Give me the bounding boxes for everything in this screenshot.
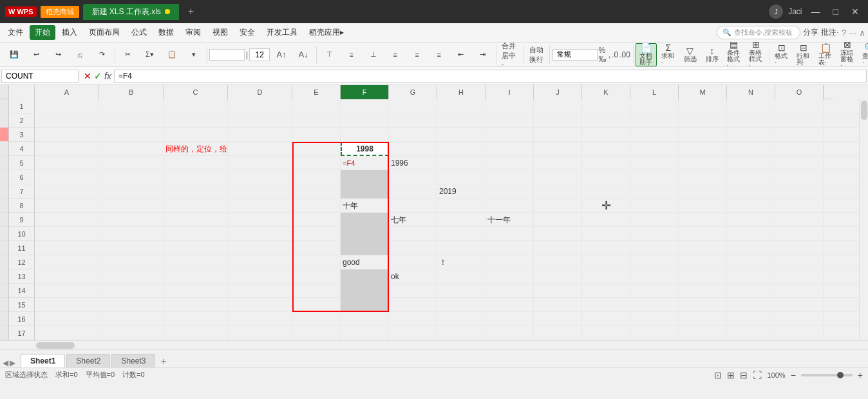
menu-developer[interactable]: 开发工具 — [261, 25, 303, 40]
tb-sigma[interactable]: Σ▾ — [140, 43, 160, 66]
share-button[interactable]: 分享 — [803, 27, 818, 38]
cell-l10[interactable] — [630, 227, 679, 241]
sheet-tab-3[interactable]: Sheet3 — [111, 354, 155, 367]
cell-a16[interactable] — [35, 312, 99, 326]
cell-d14[interactable] — [228, 284, 292, 298]
cell-c11[interactable] — [164, 241, 228, 255]
add-tab-button[interactable]: + — [183, 6, 199, 17]
cell-f5[interactable]: =F4 — [341, 156, 389, 170]
row-num-7[interactable]: 7 — [9, 184, 34, 199]
cell-n16[interactable] — [727, 312, 775, 326]
review-button[interactable]: 批注· — [821, 27, 838, 38]
cell-d8[interactable] — [228, 199, 292, 213]
cell-o14[interactable] — [775, 284, 824, 298]
cell-l11[interactable] — [630, 241, 679, 255]
row-num-6[interactable]: 6 — [9, 170, 34, 184]
cell-k3[interactable] — [582, 128, 630, 142]
row-num-17[interactable]: 17 — [9, 326, 34, 340]
cell-h12[interactable]: ！ — [437, 255, 486, 269]
menu-insert[interactable]: 插入 — [57, 25, 82, 40]
cell-e8[interactable] — [292, 199, 341, 213]
menu-view[interactable]: 视图 — [207, 25, 233, 40]
cell-o9[interactable] — [775, 213, 824, 227]
cell-o7[interactable] — [775, 184, 824, 199]
col-header-i[interactable]: I — [486, 85, 534, 99]
cell-k1[interactable] — [582, 99, 630, 113]
num-format-pct[interactable]: % ‰ — [599, 46, 607, 64]
cell-k6[interactable] — [582, 170, 630, 184]
tb-worksheet[interactable]: 📋 工作表· — [815, 43, 836, 66]
cell-g17[interactable] — [389, 326, 437, 340]
tb-align-bot[interactable]: ⊥ — [363, 43, 384, 66]
close-button[interactable]: ✕ — [847, 6, 863, 17]
cell-f4[interactable]: 1998 — [341, 142, 389, 156]
cell-d10[interactable] — [228, 227, 292, 241]
cell-m10[interactable] — [679, 227, 727, 241]
cell-j13[interactable] — [534, 269, 582, 284]
cell-m15[interactable] — [679, 298, 727, 312]
tb-indent-dec[interactable]: ⇤ — [451, 43, 471, 66]
cell-c12[interactable] — [164, 255, 228, 269]
cell-o10[interactable] — [775, 227, 824, 241]
cell-h1[interactable] — [437, 99, 486, 113]
cell-l12[interactable] — [630, 255, 679, 269]
row-num-14[interactable]: 14 — [9, 284, 34, 298]
cell-n11[interactable] — [727, 241, 775, 255]
cell-o8[interactable] — [775, 199, 824, 213]
col-header-a[interactable]: A — [35, 85, 99, 99]
cell-h8[interactable] — [437, 199, 486, 213]
col-header-f[interactable]: F — [341, 85, 389, 99]
cell-g8[interactable] — [389, 199, 437, 213]
row-num-13[interactable]: 13 — [9, 269, 34, 284]
cell-e9[interactable] — [292, 213, 341, 227]
cell-h13[interactable] — [437, 269, 486, 284]
cell-m14[interactable] — [679, 284, 727, 298]
cell-c15[interactable] — [164, 298, 228, 312]
cell-c14[interactable] — [164, 284, 228, 298]
cell-o3[interactable] — [775, 128, 824, 142]
cell-j2[interactable] — [534, 113, 582, 128]
menu-review[interactable]: 审阅 — [180, 25, 206, 40]
cell-b8[interactable] — [99, 199, 164, 213]
tb-align-l[interactable]: ≡ — [385, 43, 406, 66]
cell-g3[interactable] — [389, 128, 437, 142]
col-header-m[interactable]: M — [679, 85, 727, 99]
cell-e13[interactable] — [292, 269, 341, 284]
cell-e17[interactable] — [292, 326, 341, 340]
cell-c9[interactable] — [164, 213, 228, 227]
cell-j11[interactable] — [534, 241, 582, 255]
cell-k13[interactable] — [582, 269, 630, 284]
cell-b5[interactable] — [99, 156, 164, 170]
cell-k17[interactable] — [582, 326, 630, 340]
cell-m17[interactable] — [679, 326, 727, 340]
formula-confirm-icon[interactable]: ✓ — [94, 71, 102, 81]
name-box[interactable] — [1, 70, 79, 83]
tb-save[interactable]: 💾 — [4, 43, 24, 66]
cell-a7[interactable] — [35, 184, 99, 199]
cell-b11[interactable] — [99, 241, 164, 255]
cell-f16[interactable] — [341, 312, 389, 326]
cell-m7[interactable] — [679, 184, 727, 199]
cell-b12[interactable] — [99, 255, 164, 269]
cell-h11[interactable] — [437, 241, 486, 255]
tb-undo2[interactable]: ⎌ — [70, 43, 90, 66]
row-num-1[interactable]: 1 — [9, 99, 34, 113]
tb-doc-helper[interactable]: 📄 文档助手 — [636, 43, 656, 66]
cell-b15[interactable] — [99, 298, 164, 312]
row-num-15[interactable]: 15 — [9, 298, 34, 312]
cell-e5[interactable] — [292, 156, 341, 170]
cell-n3[interactable] — [727, 128, 775, 142]
cell-n1[interactable] — [727, 99, 775, 113]
row-num-3[interactable]: 3 — [9, 128, 34, 142]
cell-i17[interactable] — [486, 326, 534, 340]
cell-k9[interactable] — [582, 213, 630, 227]
col-header-e[interactable]: E — [292, 85, 341, 99]
cell-c5[interactable] — [164, 156, 228, 170]
num-format-dec-dec[interactable]: .00 — [619, 50, 630, 59]
cell-h4[interactable] — [437, 142, 486, 156]
cell-i8[interactable] — [486, 199, 534, 213]
cell-m12[interactable] — [679, 255, 727, 269]
cell-m1[interactable] — [679, 99, 727, 113]
cell-a3[interactable] — [35, 128, 99, 142]
number-format-input[interactable] — [552, 49, 598, 61]
